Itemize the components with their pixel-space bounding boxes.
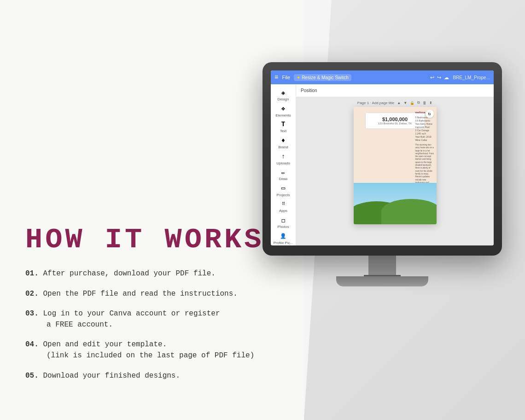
property-details: 5 Bedrooms 3.5 Bathrooms Two-Story Home …	[415, 116, 435, 142]
projects-label: Projects	[277, 193, 290, 197]
canva-sidebar: ◈ Design ❖ Elements T Text	[271, 84, 296, 245]
step-3-text: Log in to your Canva account or register	[43, 309, 220, 318]
step-3-indent: a FREE account.	[25, 319, 311, 331]
canva-ui: ≡ File ✦ Resize & Magic Switch ↩ ↪ ☁ BRE…	[271, 70, 494, 245]
sidebar-item-design[interactable]: ◈ Design	[273, 88, 294, 102]
page-controls: Page 1 · Add page title ▲ ▼ 🔒 ⧉ 🗑 ⬆	[321, 100, 469, 105]
monitor: ≡ File ✦ Resize & Magic Switch ↩ ↪ ☁ BRE…	[262, 62, 502, 286]
step-2: 02. Open the PDF file and read the instr…	[25, 288, 311, 300]
address-text: 123 Bountiful St, Dallas, TX	[368, 122, 422, 125]
undo-icon[interactable]: ↩	[430, 75, 434, 81]
step-1-text: After purchase, download your PDF file.	[43, 269, 215, 278]
refresh-button[interactable]: ↻	[426, 110, 434, 118]
monitor-wrapper: ≡ File ✦ Resize & Magic Switch ↩ ↪ ☁ BRE…	[253, 62, 511, 286]
sidebar-item-draw[interactable]: ✏ Draw	[273, 168, 294, 182]
lock-icon: 🔒	[410, 101, 414, 105]
cloud-icon[interactable]: ☁	[444, 75, 449, 81]
share-icon[interactable]: ⬆	[429, 101, 432, 105]
page-label-text: Page 1 · Add page title	[357, 101, 395, 105]
brand-icon: ♦	[279, 136, 287, 145]
sidebar-item-profile[interactable]: 👤 Profile Pic...	[273, 231, 294, 245]
elements-label: Elements	[275, 114, 291, 117]
text-icon: T	[279, 120, 287, 128]
profile-icon: 👤	[279, 232, 287, 240]
step-1-number: 01.	[25, 269, 39, 278]
elements-icon: ❖	[279, 105, 287, 113]
profile-label: Profile Pic...	[274, 241, 293, 245]
resize-label: Resize & Magic Switch	[302, 75, 349, 80]
price-text: $1,000,000	[368, 117, 422, 122]
design-icon: ◈	[279, 88, 287, 97]
monitor-outer: ≡ File ✦ Resize & Magic Switch ↩ ↪ ☁ BRE…	[262, 62, 502, 256]
canva-topbar: ≡ File ✦ Resize & Magic Switch ↩ ↪ ☁ BRE…	[271, 70, 494, 84]
design-label: Design	[278, 98, 289, 101]
sidebar-item-elements[interactable]: ❖ Elements	[273, 104, 294, 118]
step-3-number: 03.	[25, 309, 39, 318]
file-menu[interactable]: File	[282, 75, 290, 80]
canva-body: ◈ Design ❖ Elements T Text	[271, 84, 494, 245]
draw-icon: ✏	[279, 168, 287, 176]
document-title: BRE_LM_Prope...	[453, 75, 490, 80]
step-3: 03. Log in to your Canva account or regi…	[25, 308, 311, 331]
monitor-screen: ≡ File ✦ Resize & Magic Switch ↩ ↪ ☁ BRE…	[271, 70, 494, 245]
apps-label: Apps	[279, 209, 287, 213]
draw-label: Draw	[279, 177, 288, 181]
topbar-actions: ↩ ↪ ☁	[430, 75, 449, 81]
sidebar-item-uploads[interactable]: ↑ Uploads	[273, 152, 294, 166]
projects-icon: ▭	[279, 184, 287, 192]
template-landscape	[354, 183, 437, 224]
apps-icon: ⠿	[279, 200, 287, 208]
step-5: 05. Download your finished designs.	[25, 370, 311, 382]
photos-icon: ◻	[279, 216, 287, 224]
template-preview: $1,000,000 123 Bountiful St, Dallas, TX …	[354, 107, 437, 224]
description-text: The stunning two-story home sits on a la…	[415, 144, 435, 187]
monitor-neck	[368, 256, 396, 276]
step-5-text: Download your finished designs.	[43, 372, 180, 380]
uploads-label: Uploads	[276, 162, 290, 165]
uploads-icon: ↑	[279, 152, 287, 161]
toolbar-position: Position	[301, 88, 317, 93]
hill-right	[381, 199, 437, 224]
hamburger-icon[interactable]: ≡	[274, 74, 278, 81]
monitor-base	[336, 276, 428, 286]
copy-icon[interactable]: ⧉	[417, 100, 420, 105]
brand-label: Brand	[278, 146, 288, 149]
chevron-up-icon[interactable]: ▲	[397, 101, 401, 105]
star-icon: ✦	[297, 75, 300, 80]
canva-main: Position Page 1 · Add page title ▲ ▼ 🔒 ⧉…	[296, 84, 494, 245]
sidebar-item-apps[interactable]: ⠿ Apps	[273, 199, 294, 214]
step-4: 04. Open and edit your template. (link i…	[25, 339, 311, 362]
sidebar-item-text[interactable]: T Text	[273, 120, 294, 134]
template-right-panel: melissa lopez 5 Bedrooms 3.5 Bathrooms T…	[415, 111, 435, 187]
sidebar-item-photos[interactable]: ◻ Photos	[273, 216, 294, 230]
sidebar-item-projects[interactable]: ▭ Projects	[273, 184, 294, 198]
text-label: Text	[280, 129, 287, 133]
sidebar-item-brand[interactable]: ♦ Brand	[273, 136, 294, 150]
chevron-down-icon[interactable]: ▼	[403, 101, 407, 105]
canvas-area: Page 1 · Add page title ▲ ▼ 🔒 ⧉ 🗑 ⬆	[321, 100, 469, 224]
step-4-indent: (link is included on the last page of PD…	[25, 350, 311, 362]
canva-toolbar: Position	[296, 84, 494, 97]
step-2-number: 02.	[25, 290, 39, 298]
step-5-number: 05.	[25, 372, 39, 380]
photos-label: Photos	[278, 225, 289, 229]
resize-magic-switch[interactable]: ✦ Resize & Magic Switch	[294, 74, 351, 81]
redo-icon[interactable]: ↪	[437, 75, 441, 81]
step-4-number: 04.	[25, 340, 39, 349]
step-4-text: Open and edit your template.	[43, 340, 167, 349]
step-2-text: Open the PDF file and read the instructi…	[43, 290, 237, 298]
delete-icon[interactable]: 🗑	[423, 101, 426, 105]
hills	[354, 197, 437, 224]
